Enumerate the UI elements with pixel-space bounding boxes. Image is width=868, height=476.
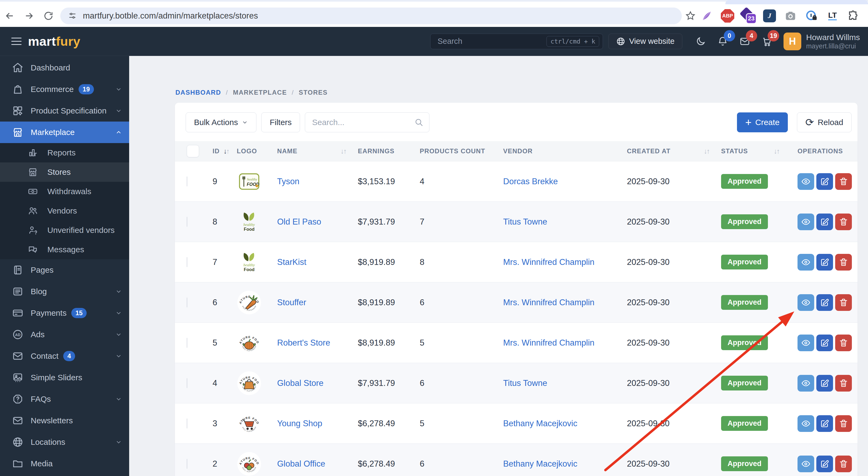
sidebar-item-unverified-vendors[interactable]: Unverified vendors	[0, 221, 129, 240]
sidebar-item-stores[interactable]: Stores	[0, 162, 129, 182]
edit-button[interactable]	[816, 335, 833, 351]
delete-button[interactable]	[835, 294, 852, 311]
view-button[interactable]	[798, 455, 814, 472]
notifications-button[interactable]: 0	[717, 36, 728, 47]
view-button[interactable]	[798, 375, 814, 391]
messages-button[interactable]: 4	[739, 36, 751, 47]
sidebar-item-pages[interactable]: Pages	[0, 259, 129, 281]
sidebar-item-faqs[interactable]: FAQs	[0, 388, 129, 410]
sort-icon[interactable]: ↓↑	[704, 147, 710, 155]
edit-button[interactable]	[816, 214, 833, 230]
dark-mode-toggle[interactable]	[695, 36, 707, 47]
sort-icon[interactable]: ↓↑	[774, 147, 780, 155]
delete-button[interactable]	[835, 375, 852, 391]
sidebar-item-newsletters[interactable]: Newsletters	[0, 410, 129, 431]
sidebar-item-media[interactable]: Media	[0, 453, 129, 474]
store-vendor-link[interactable]: Mrs. Winnifred Champlin	[503, 298, 594, 307]
global-search[interactable]: ctrl/cmd + k	[430, 34, 603, 49]
view-button[interactable]	[798, 214, 814, 230]
sidebar-item-locations[interactable]: Locations	[0, 431, 129, 453]
url-bar[interactable]: martfury.botble.com/admin/marketplaces/s…	[60, 7, 682, 24]
select-all-checkbox[interactable]	[187, 145, 199, 157]
row-checkbox[interactable]	[187, 257, 187, 267]
store-name-link[interactable]: Robert's Store	[277, 338, 330, 347]
sidebar-item-ads[interactable]: ADAds	[0, 324, 129, 345]
column-id[interactable]: ID↓↑	[209, 147, 237, 155]
store-vendor-link[interactable]: Titus Towne	[503, 217, 547, 226]
edit-button[interactable]	[816, 415, 833, 432]
store-name-link[interactable]: Global Store	[277, 378, 323, 388]
sidebar-item-contact[interactable]: Contact4	[0, 345, 129, 367]
extension-tab-counter-icon[interactable]: 23	[742, 9, 755, 23]
reload-button[interactable]: ⟳Reload	[797, 113, 851, 132]
store-name-link[interactable]: StarKist	[277, 257, 307, 267]
row-checkbox[interactable]	[187, 338, 187, 348]
store-vendor-link[interactable]: Mrs. Winnifred Champlin	[503, 257, 594, 267]
bulk-actions-button[interactable]: Bulk Actions	[186, 113, 256, 132]
create-button[interactable]: +Create	[737, 113, 788, 132]
filters-button[interactable]: Filters	[261, 113, 300, 132]
table-search-input[interactable]	[305, 113, 429, 132]
edit-button[interactable]	[816, 173, 833, 190]
sidebar-item-messages[interactable]: Messages	[0, 240, 129, 259]
sidebar-item-marketplace[interactable]: Marketplace	[0, 122, 129, 143]
store-vendor-link[interactable]: Bethany Macejkovic	[503, 419, 578, 428]
sort-icon[interactable]: ↓↑	[223, 147, 230, 155]
sidebar-item-vendors[interactable]: Vendors	[0, 201, 129, 221]
delete-button[interactable]	[835, 415, 852, 432]
sidebar-item-withdrawals[interactable]: Withdrawals	[0, 182, 129, 201]
sidebar-toggle-icon[interactable]	[0, 38, 24, 45]
bookmark-star-icon[interactable]	[685, 10, 696, 21]
cart-button[interactable]: 19	[761, 36, 773, 47]
delete-button[interactable]	[835, 455, 852, 472]
store-vendor-link[interactable]: Mrs. Winnifred Champlin	[503, 338, 594, 347]
row-checkbox[interactable]	[187, 459, 187, 469]
edit-button[interactable]	[816, 455, 833, 472]
column-status[interactable]: STATUS↓↑	[721, 147, 791, 155]
edit-button[interactable]	[816, 375, 833, 391]
view-button[interactable]	[798, 335, 814, 351]
column-created-at[interactable]: CREATED AT↓↑	[627, 147, 721, 155]
view-button[interactable]	[798, 415, 814, 432]
sidebar-item-payments[interactable]: Payments15	[0, 302, 129, 324]
extension-onepassword-icon[interactable]	[805, 9, 818, 23]
sidebar-item-product-specification[interactable]: Product Specification	[0, 100, 129, 122]
view-button[interactable]	[798, 294, 814, 311]
extension-jira-icon[interactable]: J	[763, 9, 777, 23]
row-checkbox[interactable]	[187, 177, 187, 186]
view-button[interactable]	[798, 254, 814, 271]
extension-adblock-plus-icon[interactable]: ABP	[720, 9, 735, 23]
extension-screenshot-camera-icon[interactable]	[783, 9, 798, 23]
sidebar-item-reports[interactable]: Reports	[0, 143, 129, 162]
site-info-icon[interactable]	[68, 11, 77, 21]
delete-button[interactable]	[835, 335, 852, 351]
delete-button[interactable]	[835, 214, 852, 230]
store-vendor-link[interactable]: Titus Towne	[503, 378, 547, 388]
store-name-link[interactable]: Global Office	[277, 459, 325, 469]
sidebar-item-dashboard[interactable]: Dashboard	[0, 57, 129, 78]
sidebar-item-blog[interactable]: Blog	[0, 281, 129, 302]
sidebar-item-simple-sliders[interactable]: Simple Sliders	[0, 367, 129, 388]
store-vendor-link[interactable]: Dorcas Brekke	[503, 177, 558, 186]
row-checkbox[interactable]	[187, 297, 187, 307]
row-checkbox[interactable]	[187, 418, 187, 429]
column-name[interactable]: NAME↓↑	[277, 147, 358, 155]
store-name-link[interactable]: Young Shop	[277, 419, 322, 428]
sort-icon[interactable]: ↓↑	[341, 147, 347, 155]
store-name-link[interactable]: Tyson	[277, 177, 300, 186]
browser-reload-icon[interactable]	[39, 6, 58, 26]
row-checkbox[interactable]	[187, 378, 187, 388]
store-name-link[interactable]: Stouffer	[277, 298, 306, 307]
view-button[interactable]	[798, 173, 814, 190]
sidebar-item-ecommerce[interactable]: Ecommerce19	[0, 78, 129, 100]
store-name-link[interactable]: Old El Paso	[277, 217, 321, 226]
browser-back-icon[interactable]	[0, 6, 19, 26]
extension-feather-icon[interactable]	[700, 9, 714, 23]
view-website-button[interactable]: View website	[608, 34, 682, 49]
row-checkbox[interactable]	[187, 217, 187, 227]
browser-forward-icon[interactable]	[19, 6, 39, 26]
edit-button[interactable]	[816, 254, 833, 271]
delete-button[interactable]	[835, 254, 852, 271]
edit-button[interactable]	[816, 294, 833, 311]
user-menu[interactable]: Howard Willms mayert.lilla@crui	[806, 33, 868, 50]
